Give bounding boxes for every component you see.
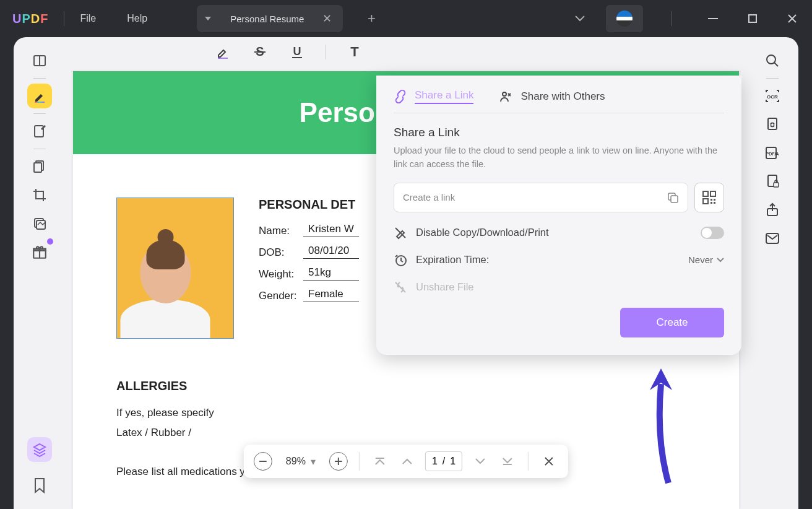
page-total: 1	[450, 456, 456, 467]
notification-dot	[47, 238, 53, 245]
divider	[359, 452, 360, 471]
value-weight: 51kg	[303, 266, 359, 281]
titlebar-right	[566, 5, 812, 32]
svg-rect-17	[259, 461, 267, 462]
svg-rect-6	[34, 163, 41, 172]
allergies-line2: Latex / Rubber /	[116, 423, 702, 443]
convert-icon[interactable]	[760, 112, 785, 137]
svg-point-30	[503, 92, 506, 96]
option-disable-copy: Disable Copy/Download/Print	[416, 227, 692, 238]
search-icon[interactable]	[760, 48, 785, 73]
label-dob: DOB:	[259, 246, 303, 259]
create-button[interactable]: Create	[620, 308, 724, 337]
svg-point-20	[767, 55, 775, 64]
zoom-in-button[interactable]	[329, 452, 348, 471]
edit-icon[interactable]	[27, 119, 52, 144]
pdfa-icon[interactable]: PDF/A	[760, 141, 785, 165]
svg-text:U: U	[293, 45, 301, 58]
clock-icon	[394, 253, 407, 267]
bookmark-icon[interactable]	[27, 473, 52, 498]
chevron-down-icon[interactable]	[566, 5, 594, 32]
titlebar: UPDF File Help Personal Resume ✕ +	[0, 0, 812, 37]
window-minimize[interactable]	[699, 5, 727, 32]
close-bar-button[interactable]	[540, 452, 558, 471]
copy-icon[interactable]	[667, 191, 679, 204]
link-icon	[394, 90, 407, 103]
tab-personal-resume[interactable]: Personal Resume ✕	[219, 5, 343, 32]
tab-close-icon[interactable]: ✕	[322, 12, 332, 25]
highlight-tool-icon[interactable]	[214, 43, 231, 61]
mail-icon[interactable]	[760, 226, 785, 251]
zoom-value: 89%	[286, 456, 306, 467]
app-logo: UPDF	[12, 12, 48, 26]
allergies-line1: If yes, please specify	[116, 403, 702, 423]
chevron-down-icon: ▾	[311, 456, 316, 468]
qr-code-button[interactable]	[694, 183, 724, 212]
svg-rect-32	[671, 196, 678, 202]
strikethrough-icon[interactable]: S	[251, 43, 269, 61]
section-allergies: ALLERGIES	[116, 379, 702, 393]
highlighter-icon[interactable]	[27, 84, 52, 108]
svg-rect-33	[703, 191, 708, 196]
page-input[interactable]: 1 / 1	[425, 451, 462, 471]
svg-text:PDF/A: PDF/A	[766, 152, 779, 156]
divider	[528, 452, 529, 471]
share-description: Upload your file to the cloud to send pe…	[394, 144, 724, 172]
tab-title: Personal Resume	[230, 14, 304, 24]
profile-photo	[116, 198, 234, 339]
share-icon[interactable]	[760, 198, 785, 222]
svg-rect-1	[749, 15, 756, 22]
separator	[33, 149, 46, 149]
annotation-toolbar: S U T	[66, 37, 746, 67]
new-tab-button[interactable]: +	[361, 9, 381, 28]
svg-rect-38	[710, 202, 712, 204]
svg-rect-39	[714, 202, 715, 204]
value-name: Kristen W	[303, 223, 359, 237]
svg-rect-0	[708, 18, 718, 19]
text-tool-icon[interactable]: T	[346, 43, 363, 61]
last-page-button[interactable]	[498, 452, 517, 471]
svg-rect-34	[710, 191, 715, 196]
ocr-icon[interactable]: OCR	[760, 84, 785, 108]
divider	[326, 45, 326, 59]
layers-icon[interactable]	[27, 437, 52, 462]
menu-file[interactable]: File	[80, 13, 96, 24]
svg-line-21	[774, 63, 778, 66]
zoom-level[interactable]: 89% ▾	[281, 456, 321, 468]
svg-rect-35	[703, 199, 708, 204]
first-page-button[interactable]	[371, 452, 389, 471]
protect-icon[interactable]	[760, 169, 785, 194]
label-weight: Weight:	[259, 268, 303, 281]
underline-icon[interactable]: U	[288, 43, 306, 61]
zoom-out-button[interactable]	[254, 452, 272, 471]
disable-copy-toggle[interactable]	[701, 227, 724, 239]
reader-icon[interactable]	[27, 48, 52, 73]
gift-icon[interactable]	[27, 240, 52, 264]
svg-rect-3	[35, 102, 45, 103]
menu-help[interactable]: Help	[127, 13, 147, 24]
crop-icon[interactable]	[27, 183, 52, 207]
stack-icon[interactable]	[27, 211, 52, 236]
window-close[interactable]	[779, 5, 806, 32]
next-page-button[interactable]	[471, 452, 490, 471]
svg-text:OCR: OCR	[767, 94, 778, 100]
unshare-icon	[394, 281, 407, 294]
separator	[33, 113, 46, 114]
expiration-value: Never	[688, 254, 713, 265]
tab-share-others[interactable]: Share with Others	[499, 90, 605, 103]
window-maximize[interactable]	[739, 5, 766, 32]
tab-list-button[interactable]	[197, 5, 219, 32]
pages-icon[interactable]	[27, 154, 52, 179]
page-current: 1	[432, 456, 438, 467]
expiration-dropdown[interactable]: Never	[688, 254, 724, 265]
svg-rect-27	[774, 183, 779, 187]
people-icon	[499, 90, 513, 103]
tab-share-link[interactable]: Share a Link	[394, 89, 473, 104]
label-name: Name:	[259, 225, 303, 237]
user-avatar[interactable]	[606, 5, 643, 32]
prev-page-button[interactable]	[398, 452, 417, 471]
value-dob: 08/01/20	[303, 245, 359, 259]
page-separator: /	[443, 456, 445, 467]
link-input[interactable]: Create a link	[394, 183, 688, 212]
svg-text:T: T	[350, 45, 359, 59]
